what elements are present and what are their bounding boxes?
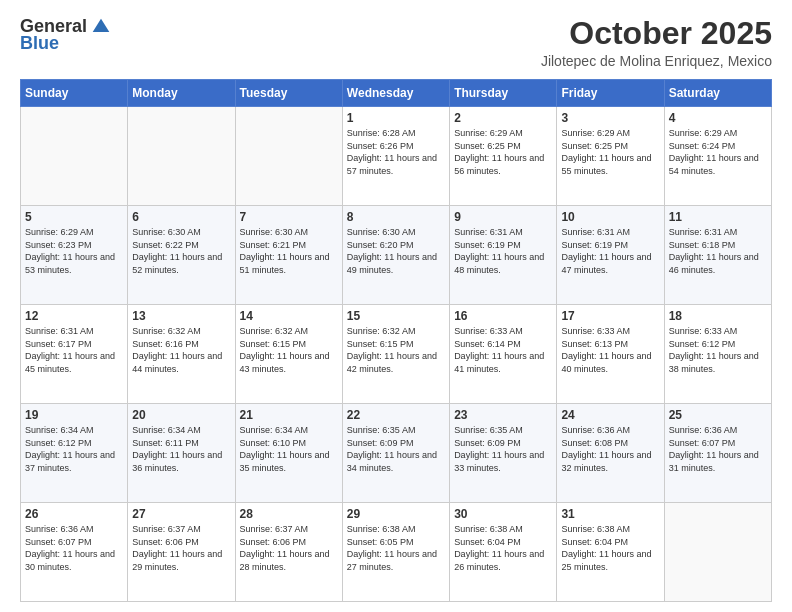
day-number: 8 <box>347 210 445 224</box>
day-info: Sunrise: 6:31 AMSunset: 6:19 PMDaylight:… <box>561 227 651 275</box>
table-row: 21 Sunrise: 6:34 AMSunset: 6:10 PMDaylig… <box>235 404 342 503</box>
day-number: 26 <box>25 507 123 521</box>
table-row: 28 Sunrise: 6:37 AMSunset: 6:06 PMDaylig… <box>235 503 342 602</box>
day-info: Sunrise: 6:32 AMSunset: 6:15 PMDaylight:… <box>240 326 330 374</box>
table-row: 30 Sunrise: 6:38 AMSunset: 6:04 PMDaylig… <box>450 503 557 602</box>
day-number: 7 <box>240 210 338 224</box>
month-title: October 2025 <box>541 16 772 51</box>
calendar-week-row: 19 Sunrise: 6:34 AMSunset: 6:12 PMDaylig… <box>21 404 772 503</box>
day-number: 11 <box>669 210 767 224</box>
calendar-week-row: 26 Sunrise: 6:36 AMSunset: 6:07 PMDaylig… <box>21 503 772 602</box>
day-info: Sunrise: 6:32 AMSunset: 6:15 PMDaylight:… <box>347 326 437 374</box>
col-sunday: Sunday <box>21 80 128 107</box>
table-row: 27 Sunrise: 6:37 AMSunset: 6:06 PMDaylig… <box>128 503 235 602</box>
day-info: Sunrise: 6:38 AMSunset: 6:04 PMDaylight:… <box>454 524 544 572</box>
table-row: 19 Sunrise: 6:34 AMSunset: 6:12 PMDaylig… <box>21 404 128 503</box>
logo: General Blue <box>20 16 111 54</box>
day-number: 31 <box>561 507 659 521</box>
table-row: 31 Sunrise: 6:38 AMSunset: 6:04 PMDaylig… <box>557 503 664 602</box>
day-info: Sunrise: 6:38 AMSunset: 6:04 PMDaylight:… <box>561 524 651 572</box>
table-row: 3 Sunrise: 6:29 AMSunset: 6:25 PMDayligh… <box>557 107 664 206</box>
table-row: 6 Sunrise: 6:30 AMSunset: 6:22 PMDayligh… <box>128 206 235 305</box>
table-row: 26 Sunrise: 6:36 AMSunset: 6:07 PMDaylig… <box>21 503 128 602</box>
calendar-week-row: 5 Sunrise: 6:29 AMSunset: 6:23 PMDayligh… <box>21 206 772 305</box>
day-number: 1 <box>347 111 445 125</box>
day-number: 9 <box>454 210 552 224</box>
title-block: October 2025 Jilotepec de Molina Enrique… <box>541 16 772 69</box>
day-info: Sunrise: 6:29 AMSunset: 6:24 PMDaylight:… <box>669 128 759 176</box>
day-number: 21 <box>240 408 338 422</box>
day-number: 30 <box>454 507 552 521</box>
table-row: 18 Sunrise: 6:33 AMSunset: 6:12 PMDaylig… <box>664 305 771 404</box>
day-number: 12 <box>25 309 123 323</box>
day-info: Sunrise: 6:30 AMSunset: 6:20 PMDaylight:… <box>347 227 437 275</box>
day-info: Sunrise: 6:38 AMSunset: 6:05 PMDaylight:… <box>347 524 437 572</box>
logo-blue-text: Blue <box>20 33 59 54</box>
day-info: Sunrise: 6:30 AMSunset: 6:22 PMDaylight:… <box>132 227 222 275</box>
table-row: 11 Sunrise: 6:31 AMSunset: 6:18 PMDaylig… <box>664 206 771 305</box>
table-row: 16 Sunrise: 6:33 AMSunset: 6:14 PMDaylig… <box>450 305 557 404</box>
day-info: Sunrise: 6:33 AMSunset: 6:14 PMDaylight:… <box>454 326 544 374</box>
day-number: 22 <box>347 408 445 422</box>
day-info: Sunrise: 6:34 AMSunset: 6:10 PMDaylight:… <box>240 425 330 473</box>
day-number: 19 <box>25 408 123 422</box>
day-info: Sunrise: 6:31 AMSunset: 6:17 PMDaylight:… <box>25 326 115 374</box>
table-row: 29 Sunrise: 6:38 AMSunset: 6:05 PMDaylig… <box>342 503 449 602</box>
table-row: 7 Sunrise: 6:30 AMSunset: 6:21 PMDayligh… <box>235 206 342 305</box>
table-row <box>128 107 235 206</box>
day-number: 28 <box>240 507 338 521</box>
table-row: 13 Sunrise: 6:32 AMSunset: 6:16 PMDaylig… <box>128 305 235 404</box>
page: General Blue October 2025 Jilotepec de M… <box>0 0 792 612</box>
table-row: 2 Sunrise: 6:29 AMSunset: 6:25 PMDayligh… <box>450 107 557 206</box>
calendar-table: Sunday Monday Tuesday Wednesday Thursday… <box>20 79 772 602</box>
col-saturday: Saturday <box>664 80 771 107</box>
day-number: 2 <box>454 111 552 125</box>
day-number: 6 <box>132 210 230 224</box>
day-number: 5 <box>25 210 123 224</box>
table-row: 22 Sunrise: 6:35 AMSunset: 6:09 PMDaylig… <box>342 404 449 503</box>
day-info: Sunrise: 6:33 AMSunset: 6:13 PMDaylight:… <box>561 326 651 374</box>
table-row: 14 Sunrise: 6:32 AMSunset: 6:15 PMDaylig… <box>235 305 342 404</box>
day-number: 10 <box>561 210 659 224</box>
day-number: 29 <box>347 507 445 521</box>
day-number: 13 <box>132 309 230 323</box>
col-thursday: Thursday <box>450 80 557 107</box>
day-number: 25 <box>669 408 767 422</box>
day-number: 14 <box>240 309 338 323</box>
table-row: 15 Sunrise: 6:32 AMSunset: 6:15 PMDaylig… <box>342 305 449 404</box>
table-row: 5 Sunrise: 6:29 AMSunset: 6:23 PMDayligh… <box>21 206 128 305</box>
calendar-header-row: Sunday Monday Tuesday Wednesday Thursday… <box>21 80 772 107</box>
table-row: 17 Sunrise: 6:33 AMSunset: 6:13 PMDaylig… <box>557 305 664 404</box>
col-tuesday: Tuesday <box>235 80 342 107</box>
day-info: Sunrise: 6:29 AMSunset: 6:25 PMDaylight:… <box>561 128 651 176</box>
day-info: Sunrise: 6:36 AMSunset: 6:07 PMDaylight:… <box>25 524 115 572</box>
calendar-week-row: 12 Sunrise: 6:31 AMSunset: 6:17 PMDaylig… <box>21 305 772 404</box>
day-number: 20 <box>132 408 230 422</box>
day-number: 3 <box>561 111 659 125</box>
day-info: Sunrise: 6:28 AMSunset: 6:26 PMDaylight:… <box>347 128 437 176</box>
day-number: 16 <box>454 309 552 323</box>
day-info: Sunrise: 6:37 AMSunset: 6:06 PMDaylight:… <box>132 524 222 572</box>
day-number: 17 <box>561 309 659 323</box>
day-info: Sunrise: 6:34 AMSunset: 6:12 PMDaylight:… <box>25 425 115 473</box>
table-row <box>21 107 128 206</box>
day-info: Sunrise: 6:31 AMSunset: 6:18 PMDaylight:… <box>669 227 759 275</box>
day-number: 27 <box>132 507 230 521</box>
table-row: 4 Sunrise: 6:29 AMSunset: 6:24 PMDayligh… <box>664 107 771 206</box>
day-info: Sunrise: 6:34 AMSunset: 6:11 PMDaylight:… <box>132 425 222 473</box>
svg-marker-0 <box>93 18 110 31</box>
table-row: 8 Sunrise: 6:30 AMSunset: 6:20 PMDayligh… <box>342 206 449 305</box>
day-info: Sunrise: 6:31 AMSunset: 6:19 PMDaylight:… <box>454 227 544 275</box>
day-number: 4 <box>669 111 767 125</box>
day-info: Sunrise: 6:37 AMSunset: 6:06 PMDaylight:… <box>240 524 330 572</box>
calendar-week-row: 1 Sunrise: 6:28 AMSunset: 6:26 PMDayligh… <box>21 107 772 206</box>
day-info: Sunrise: 6:29 AMSunset: 6:25 PMDaylight:… <box>454 128 544 176</box>
table-row: 25 Sunrise: 6:36 AMSunset: 6:07 PMDaylig… <box>664 404 771 503</box>
table-row: 24 Sunrise: 6:36 AMSunset: 6:08 PMDaylig… <box>557 404 664 503</box>
table-row: 12 Sunrise: 6:31 AMSunset: 6:17 PMDaylig… <box>21 305 128 404</box>
header: General Blue October 2025 Jilotepec de M… <box>20 16 772 69</box>
day-number: 23 <box>454 408 552 422</box>
col-monday: Monday <box>128 80 235 107</box>
day-number: 15 <box>347 309 445 323</box>
table-row <box>664 503 771 602</box>
